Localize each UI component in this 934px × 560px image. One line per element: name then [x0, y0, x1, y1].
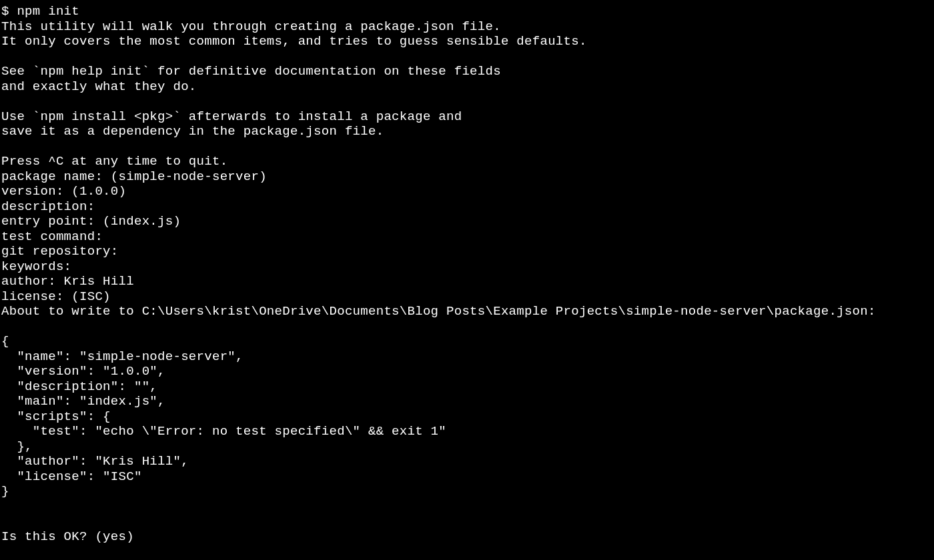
json-line: "version": "1.0.0",	[1, 364, 934, 379]
json-line: {	[1, 334, 934, 349]
prompt-test-command: test command:	[1, 229, 934, 245]
json-line: "main": "index.js",	[1, 394, 934, 409]
json-line: "author": "Kris Hill",	[1, 454, 934, 469]
terminal-output[interactable]: $ npm initThis utility will walk you thr…	[0, 0, 934, 544]
prompt-version: version: (1.0.0)	[1, 184, 934, 199]
intro-line	[1, 94, 934, 109]
prompt-description: description:	[1, 199, 934, 215]
prompt-package-name: package name: (simple-node-server)	[1, 169, 934, 185]
prompt-entry-point: entry point: (index.js)	[1, 214, 934, 229]
json-line	[1, 514, 934, 529]
json-line: "scripts": {	[1, 409, 934, 425]
intro-line: Press ^C at any time to quit.	[1, 154, 934, 169]
json-line: "test": "echo \"Error: no test specified…	[1, 424, 934, 439]
intro-line: This utility will walk you through creat…	[1, 19, 934, 35]
intro-line: and exactly what they do.	[1, 79, 934, 95]
prompt-author: author: Kris Hill	[1, 274, 934, 289]
intro-line: save it as a dependency in the package.j…	[1, 124, 934, 139]
about-to-write-line: About to write to C:\Users\krist\OneDriv…	[1, 304, 934, 319]
json-line: },	[1, 439, 934, 455]
prompt-git-repository: git repository:	[1, 244, 934, 259]
prompt-keywords: keywords:	[1, 259, 934, 275]
command-text: npm init	[17, 4, 79, 19]
prompt-symbol: $	[1, 4, 17, 19]
json-line: "description": "",	[1, 379, 934, 395]
prompt-license: license: (ISC)	[1, 289, 934, 305]
intro-line: Use `npm install <pkg>` afterwards to in…	[1, 109, 934, 125]
intro-line: See `npm help init` for definitive docum…	[1, 64, 934, 79]
json-line	[1, 319, 934, 335]
intro-line: It only covers the most common items, an…	[1, 34, 934, 49]
intro-line	[1, 139, 934, 155]
intro-line	[1, 49, 934, 65]
json-line: "license": "ISC"	[1, 469, 934, 485]
json-line	[1, 499, 934, 515]
json-line: "name": "simple-node-server",	[1, 349, 934, 365]
confirm-prompt: Is this OK? (yes)	[1, 529, 934, 545]
json-line: }	[1, 484, 934, 499]
